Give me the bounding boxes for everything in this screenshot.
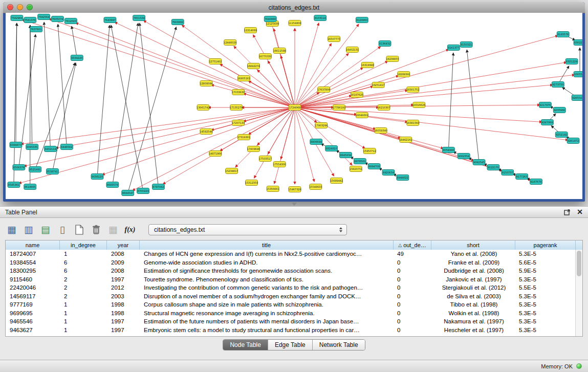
graph-node[interactable]: 9187678 [530, 179, 542, 185]
graph-node[interactable]: 1724069 [289, 105, 301, 111]
table-cell[interactable]: 5.9E-5 [515, 267, 575, 275]
graph-node[interactable]: 15950712 [363, 148, 376, 154]
table-cell[interactable]: Wolkin et al. (1998) [431, 309, 515, 318]
table-row[interactable]: 977716911998Corpus callosum shape and si… [6, 300, 575, 309]
table-cell[interactable]: Estimation of significance thresholds fo… [140, 267, 393, 275]
graph-node[interactable]: 7690960 [264, 16, 276, 22]
table-cell[interactable]: 6 [60, 267, 107, 275]
graph-node[interactable]: 9217976 [539, 102, 551, 108]
graph-node[interactable]: 18238855 [386, 56, 399, 62]
table-cell[interactable]: 0 [393, 300, 431, 309]
graph-node[interactable]: 9092545 [473, 160, 485, 165]
table-cell[interactable]: 5.3E-5 [515, 292, 575, 301]
table-cell[interactable]: 49 [393, 250, 431, 258]
table-cell[interactable]: 9777169 [6, 300, 60, 309]
table-row[interactable]: 946554611997Estimation of the future num… [6, 317, 575, 326]
table-cell[interactable]: Genome-wide association studies in ADHD. [140, 258, 393, 267]
graph-node[interactable]: 9252192 [555, 132, 568, 138]
table-cell[interactable]: Tourette syndrome. Phenomenology and cla… [140, 275, 393, 284]
table-cell[interactable]: 18724007 [6, 250, 60, 258]
graph-node[interactable]: 8538741 [47, 169, 59, 174]
graph-node[interactable]: 8618665 [24, 184, 36, 190]
zoom-window-button[interactable] [27, 4, 33, 10]
graph-node[interactable]: 16402131 [346, 47, 359, 53]
table-row[interactable]: 1872400712008Changes of HCN gene express… [6, 250, 575, 258]
table-cell[interactable]: 18300295 [6, 267, 60, 275]
table-cell[interactable]: 2 [60, 283, 107, 292]
table-cell[interactable]: 0 [393, 292, 431, 301]
table-cell[interactable]: 1997 [107, 326, 140, 335]
graph-node[interactable]: 12214089 [244, 28, 257, 33]
table-mode-icon[interactable]: ▦ [5, 223, 18, 236]
network-canvas[interactable]: 1724069111548081212543912214089124460291… [6, 13, 582, 199]
graph-node[interactable]: 16251417 [372, 82, 385, 88]
graph-node[interactable]: 9273750 [552, 82, 564, 87]
table-cell[interactable]: de Silva et al. (2003) [431, 292, 515, 301]
graph-node[interactable]: 9261872 [567, 138, 579, 144]
graph-node[interactable]: 17503517 [259, 156, 272, 162]
table-cell[interactable]: Stergiakouli et al. (2012) [431, 283, 515, 292]
table-cell[interactable]: 9699695 [6, 309, 60, 318]
table-cell[interactable]: 0 [393, 283, 431, 292]
table-cell[interactable]: Tibbo et al. (1998) [431, 300, 515, 309]
close-panel-icon[interactable]: ✕ [577, 209, 583, 215]
graph-node[interactable]: 8700229 [137, 188, 149, 194]
graph-node[interactable]: 7612023 [64, 18, 77, 24]
graph-node[interactable]: 15689442 [330, 178, 343, 184]
new-column-icon[interactable] [73, 223, 86, 236]
graph-node[interactable]: 8136432 [379, 41, 391, 47]
graph-node[interactable]: 12808094 [200, 81, 212, 86]
graph-node[interactable]: 17903296 [315, 123, 328, 128]
table-cell[interactable]: 1 [60, 300, 107, 309]
table-row[interactable]: 2242004622012Investigating the contribut… [6, 283, 575, 292]
graph-node[interactable]: 17135278 [230, 105, 243, 111]
graph-node[interactable]: 18462161 [399, 137, 412, 143]
graph-node[interactable]: 15548633 [309, 184, 322, 190]
graph-node[interactable]: 11154808 [288, 20, 301, 26]
vertical-scrollbar[interactable] [575, 250, 582, 336]
graph-node[interactable]: 12751402 [209, 59, 222, 64]
graph-node[interactable]: 9122170 [487, 165, 499, 170]
table-cell[interactable]: 5.3E-5 [515, 250, 575, 258]
network-file-select[interactable]: citations_edges.txt [148, 224, 347, 235]
graph-node[interactable]: 9054946 [442, 147, 454, 153]
show-column-icon[interactable]: ▥ [22, 223, 35, 236]
table-cell[interactable]: 2003 [107, 292, 140, 301]
graph-node[interactable]: 16059340 [374, 128, 387, 134]
graph-node[interactable]: 9305547 [574, 72, 582, 77]
table-cell[interactable]: 1998 [107, 300, 140, 309]
table-cell[interactable]: 6 [60, 258, 107, 267]
graph-node[interactable]: 8878581 [354, 159, 366, 164]
graph-node[interactable]: 8103114 [314, 15, 326, 21]
graph-node[interactable]: 9235966 [553, 107, 565, 113]
graph-node[interactable]: 8894708 [368, 164, 380, 169]
table-cell[interactable]: 5.6E-5 [515, 258, 575, 267]
graph-node[interactable]: 8395335 [26, 144, 38, 150]
table-cell[interactable]: 2012 [107, 283, 140, 292]
graph-node[interactable]: 17637806 [317, 87, 330, 93]
close-window-button[interactable] [7, 4, 13, 10]
graph-node[interactable]: 16210307 [377, 105, 390, 111]
table-cell[interactable]: Structural magnetic resonance image aver… [140, 309, 393, 318]
table-cell[interactable]: 1 [60, 309, 107, 318]
graph-node[interactable]: 16611598 [273, 48, 286, 54]
table-cell[interactable]: 14569117 [6, 292, 60, 301]
table-cell[interactable]: 2008 [107, 250, 140, 258]
table-cell[interactable]: 0 [393, 317, 431, 326]
table-cell[interactable]: 9115460 [6, 275, 60, 284]
table-cell[interactable]: Franke et al. (2009) [431, 258, 515, 267]
table-cell[interactable]: 5.3E-5 [515, 309, 575, 318]
graph-node[interactable]: 8448582 [60, 144, 73, 150]
scrollbar-thumb[interactable] [577, 251, 581, 276]
table-cell[interactable]: 9463627 [6, 326, 60, 335]
delete-column-icon[interactable] [90, 223, 103, 236]
graph-node[interactable]: 8506378 [13, 165, 25, 170]
table-row[interactable]: 969969511998Structural magnetic resonanc… [6, 309, 575, 318]
graph-node[interactable]: 7651534 [133, 15, 145, 21]
minimize-window-button[interactable] [17, 4, 23, 10]
edit-table-icon[interactable]: ▤ [39, 223, 52, 236]
graph-node[interactable]: 17409646 [247, 146, 260, 152]
graph-node[interactable]: 8694547 [122, 190, 134, 196]
graph-node[interactable]: 15312359 [245, 180, 258, 186]
column-header-in_degree[interactable]: in_degree [60, 240, 107, 250]
